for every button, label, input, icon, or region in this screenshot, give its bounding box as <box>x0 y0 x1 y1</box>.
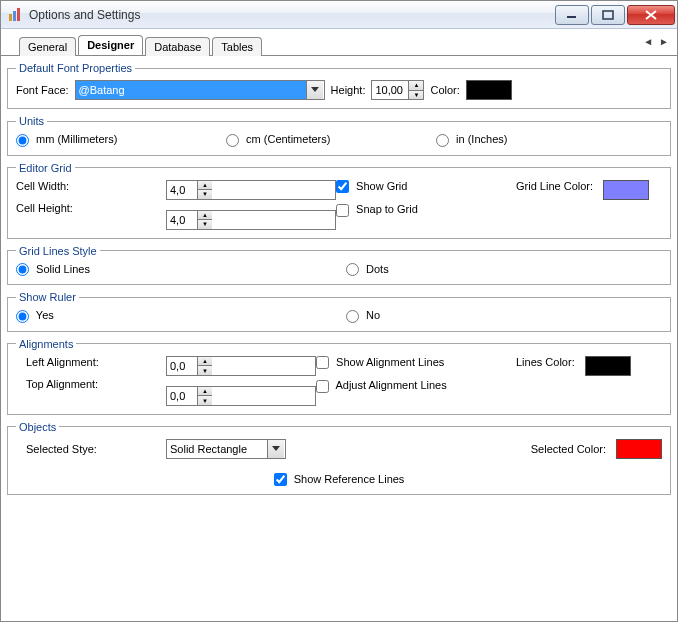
spinner-up-icon[interactable]: ▲ <box>409 81 423 91</box>
titlebar: Options and Settings <box>1 1 677 29</box>
adjust-alignment-lines-checkbox[interactable] <box>316 380 329 393</box>
units-in-radio[interactable] <box>436 134 449 147</box>
objects-group: Objects Selected Stye: Selected Color: S… <box>7 421 671 496</box>
svg-rect-0 <box>9 14 12 21</box>
selected-style-input[interactable] <box>167 440 267 458</box>
spinner-down-icon[interactable]: ▼ <box>409 91 423 100</box>
units-group: Units mm (Millimeters) cm (Centimeters) … <box>7 115 671 156</box>
grid-style-dots-option[interactable]: Dots <box>346 263 389 277</box>
tab-tables[interactable]: Tables <box>212 37 262 56</box>
units-cm-radio[interactable] <box>226 134 239 147</box>
top-alignment-input[interactable] <box>167 387 197 405</box>
tabs-row: General Designer Database Tables ◄ ► <box>1 29 677 55</box>
units-mm-option[interactable]: mm (Millimeters) <box>16 133 226 147</box>
snap-grid-option[interactable]: Snap to Grid <box>336 203 516 217</box>
cell-height-spinner[interactable]: ▲▼ <box>166 210 336 230</box>
svg-rect-4 <box>603 11 613 19</box>
grid-line-color-label: Grid Line Color: <box>516 180 593 192</box>
spinner-down-icon[interactable]: ▼ <box>198 396 212 405</box>
grid-style-solid-radio[interactable] <box>16 263 29 276</box>
font-face-input[interactable] <box>76 81 306 99</box>
tab-designer[interactable]: Designer <box>78 35 143 55</box>
cell-width-label: Cell Width: <box>16 180 166 192</box>
show-grid-option[interactable]: Show Grid <box>336 180 516 194</box>
editor-grid-legend: Editor Grid <box>16 162 75 174</box>
svg-rect-3 <box>567 16 576 18</box>
default-font-properties-group: Default Font Properties Font Face: Heigh… <box>7 62 671 109</box>
units-mm-radio[interactable] <box>16 134 29 147</box>
font-color-swatch[interactable] <box>466 80 512 100</box>
svg-rect-2 <box>17 8 20 21</box>
lines-color-swatch[interactable] <box>585 356 631 376</box>
show-alignment-lines-option[interactable]: Show Alignment Lines <box>316 356 516 370</box>
units-in-option[interactable]: in (Inches) <box>436 133 507 147</box>
grid-lines-style-group: Grid Lines Style Solid Lines Dots <box>7 245 671 286</box>
default-font-properties-legend: Default Font Properties <box>16 62 135 74</box>
snap-grid-checkbox[interactable] <box>336 204 349 217</box>
selected-style-dropdown-icon[interactable] <box>267 440 284 458</box>
objects-legend: Objects <box>16 421 59 433</box>
cell-width-input[interactable] <box>167 181 197 199</box>
grid-line-color-swatch[interactable] <box>603 180 649 200</box>
lines-color-label: Lines Color: <box>516 356 575 368</box>
show-ruler-group: Show Ruler Yes No <box>7 291 671 332</box>
tab-general[interactable]: General <box>19 37 76 56</box>
left-alignment-input[interactable] <box>167 357 197 375</box>
cell-width-spinner[interactable]: ▲▼ <box>166 180 336 200</box>
maximize-button[interactable] <box>591 5 625 25</box>
grid-style-solid-option[interactable]: Solid Lines <box>16 263 346 277</box>
ruler-yes-option[interactable]: Yes <box>16 309 346 323</box>
left-alignment-label: Left Alignment: <box>26 356 166 368</box>
alignments-legend: Alignments <box>16 338 76 350</box>
cell-height-input[interactable] <box>167 211 197 229</box>
left-alignment-spinner[interactable]: ▲▼ <box>166 356 316 376</box>
spinner-up-icon[interactable]: ▲ <box>198 387 212 397</box>
spinner-down-icon[interactable]: ▼ <box>198 190 212 199</box>
tab-nav: ◄ ► <box>643 36 669 47</box>
spinner-down-icon[interactable]: ▼ <box>198 220 212 229</box>
svg-rect-1 <box>13 11 16 21</box>
show-alignment-lines-checkbox[interactable] <box>316 356 329 369</box>
top-alignment-label: Top Alignment: <box>26 378 166 390</box>
spinner-up-icon[interactable]: ▲ <box>198 357 212 367</box>
font-face-combo[interactable] <box>75 80 325 100</box>
font-face-dropdown-icon[interactable] <box>306 81 323 99</box>
alignments-group: Alignments Left Alignment: Top Alignment… <box>7 338 671 415</box>
ruler-no-radio[interactable] <box>346 310 359 323</box>
spinner-up-icon[interactable]: ▲ <box>198 211 212 221</box>
top-alignment-spinner[interactable]: ▲▼ <box>166 386 316 406</box>
selected-style-label: Selected Stye: <box>26 443 97 455</box>
minimize-button[interactable] <box>555 5 589 25</box>
font-height-spinner[interactable]: ▲ ▼ <box>371 80 424 100</box>
content-area: Default Font Properties Font Face: Heigh… <box>1 55 677 621</box>
tab-scroll-right-icon[interactable]: ► <box>659 36 669 47</box>
font-height-label: Height: <box>331 84 366 96</box>
show-reference-lines-option[interactable]: Show Reference Lines <box>274 473 405 487</box>
font-color-label: Color: <box>430 84 459 96</box>
units-cm-option[interactable]: cm (Centimeters) <box>226 133 436 147</box>
close-button[interactable] <box>627 5 675 25</box>
show-ruler-legend: Show Ruler <box>16 291 79 303</box>
font-face-label: Font Face: <box>16 84 69 96</box>
cell-height-label: Cell Height: <box>16 202 166 214</box>
selected-color-swatch[interactable] <box>616 439 662 459</box>
app-icon <box>7 7 23 23</box>
selected-style-combo[interactable] <box>166 439 286 459</box>
grid-style-dots-radio[interactable] <box>346 263 359 276</box>
show-grid-checkbox[interactable] <box>336 180 349 193</box>
units-legend: Units <box>16 115 47 127</box>
grid-lines-style-legend: Grid Lines Style <box>16 245 100 257</box>
tab-scroll-left-icon[interactable]: ◄ <box>643 36 653 47</box>
ruler-no-option[interactable]: No <box>346 309 380 323</box>
window-title: Options and Settings <box>29 8 553 22</box>
font-height-input[interactable] <box>372 81 408 99</box>
show-reference-lines-checkbox[interactable] <box>274 473 287 486</box>
selected-color-label: Selected Color: <box>531 443 606 455</box>
adjust-alignment-lines-option[interactable]: Adjust Alignment Lines <box>316 379 516 393</box>
tab-database[interactable]: Database <box>145 37 210 56</box>
editor-grid-group: Editor Grid Cell Width: Cell Height: ▲▼ … <box>7 162 671 239</box>
spinner-down-icon[interactable]: ▼ <box>198 366 212 375</box>
ruler-yes-radio[interactable] <box>16 310 29 323</box>
spinner-up-icon[interactable]: ▲ <box>198 181 212 191</box>
